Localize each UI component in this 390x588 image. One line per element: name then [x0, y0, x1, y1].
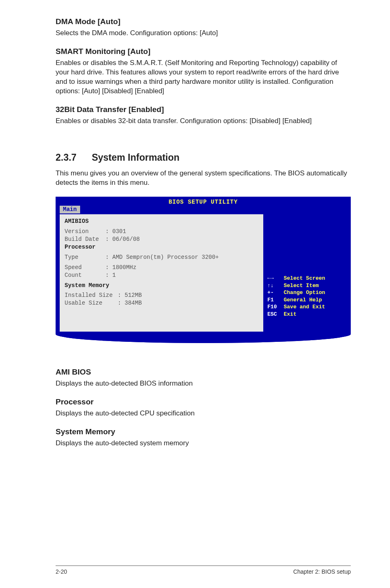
smart-heading: SMART Monitoring [Auto] [56, 47, 351, 56]
dma-body: Selects the DMA mode. Configuration opti… [56, 29, 351, 38]
bios-usable-label: Usable Size [65, 299, 118, 307]
bios-right-panel: ←→Select Screen ↑↓Select Item +-Change O… [267, 213, 347, 332]
processor-body: Displays the auto-detected CPU specifica… [56, 409, 351, 418]
bios-type-label: Type [65, 254, 105, 261]
page-footer: 2-20 Chapter 2: BIOS setup [56, 566, 351, 575]
bios-usable-value: : 384MB [118, 299, 142, 307]
bios-help-sym-3: +- [267, 289, 284, 296]
bios-build-label: Build Date [65, 236, 105, 243]
amibios-heading: AMI BIOS [56, 368, 351, 377]
footer-chapter: Chapter 2: BIOS setup [293, 568, 351, 575]
bios-version-label: Version [65, 228, 105, 236]
bios-help-sym-4: F1 [267, 296, 284, 304]
bios-help-sym-6: ESC [267, 311, 284, 318]
bios-screenshot: BIOS SETUP UTILITY Main AMIBIOS Version:… [56, 197, 351, 343]
bios-version-value: : 0301 [105, 228, 126, 236]
bios-help-text-6: Exit [284, 311, 296, 317]
sysmem-body: Displays the auto-detected system memory [56, 439, 351, 448]
bios-help-text-1: Select Screen [284, 275, 325, 281]
footer-page-number: 2-20 [56, 568, 67, 575]
bios-title: BIOS SETUP UTILITY [56, 197, 351, 206]
smart-body: Enables or disables the S.M.A.R.T. (Self… [56, 58, 351, 96]
bios-sysmem-label: System Memory [65, 282, 258, 290]
processor-heading: Processor [56, 397, 351, 406]
bios-help-text-5: Save and Exit [284, 304, 325, 310]
bit32-heading: 32Bit Data Transfer [Enabled] [56, 105, 351, 114]
bios-build-value: : 06/06/08 [105, 236, 140, 243]
bios-left-panel: AMIBIOS Version: 0301 Build Date: 06/06/… [59, 213, 264, 332]
bios-count-value: : 1 [105, 272, 116, 279]
dma-heading: DMA Mode [Auto] [56, 17, 351, 26]
bios-help-sym-2: ↑↓ [267, 282, 284, 290]
bios-speed-label: Speed [65, 264, 105, 272]
sysmem-heading: System Memory [56, 427, 351, 436]
bios-help-sym-5: F10 [267, 303, 284, 311]
bios-installed-value: : 512MB [118, 292, 142, 299]
bios-help-sym-1: ←→ [267, 275, 284, 282]
bios-help-text-3: Change Option [284, 290, 325, 296]
bios-speed-value: : 1800MHz [105, 264, 137, 272]
bit32-body: Enables or disables 32-bit data transfer… [56, 117, 351, 126]
bios-tab-main: Main [60, 206, 80, 213]
bios-type-value: : AMD Sempron(tm) Processor 3200+ [105, 254, 219, 261]
bios-processor-label: Processor [65, 243, 258, 251]
sysinfo-title: System Information [92, 152, 179, 163]
bios-help-text-4: General Help [284, 297, 322, 303]
bios-help-text-2: Select Item [284, 283, 319, 289]
amibios-body: Displays the auto-detected BIOS informat… [56, 379, 351, 388]
bios-amibios-label: AMIBIOS [65, 218, 258, 225]
sysinfo-heading: 2.3.7 System Information [56, 152, 351, 163]
sysinfo-num: 2.3.7 [56, 152, 89, 163]
sysinfo-body: This menu gives you an overview of the g… [56, 169, 351, 188]
bios-count-label: Count [65, 272, 105, 279]
bios-installed-label: Installed Size [65, 292, 118, 299]
